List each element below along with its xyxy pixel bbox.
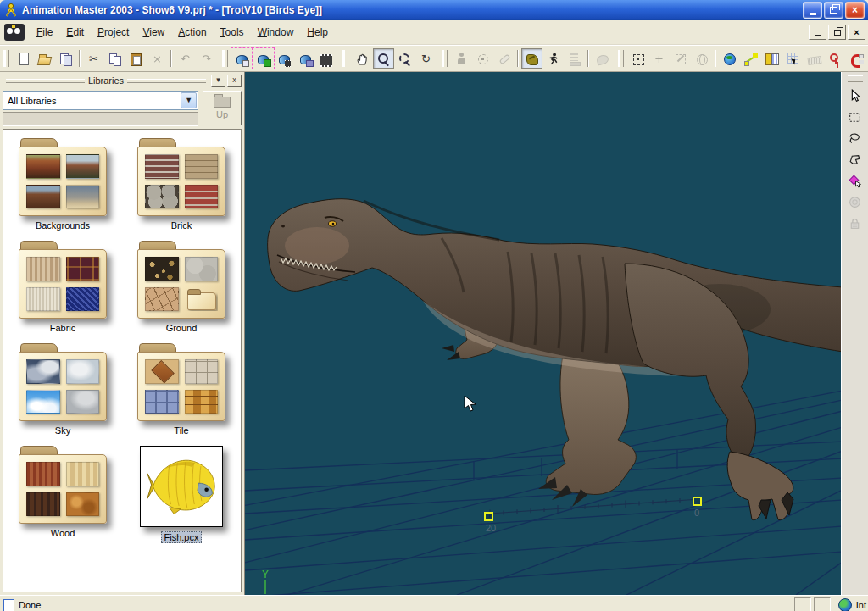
folder-icon[interactable] — [19, 138, 107, 216]
chevron-down-icon[interactable]: ▼ — [181, 92, 197, 108]
patch-select-tool[interactable] — [844, 170, 866, 192]
menu-view[interactable]: View — [136, 24, 171, 41]
library-item-ground[interactable]: Ground — [126, 241, 236, 333]
world-space-button[interactable] — [719, 48, 740, 69]
rotate-manipulator-button[interactable] — [691, 48, 712, 69]
library-filter-value: All Libraries — [3, 96, 180, 106]
toolbar-grip[interactable] — [342, 50, 348, 67]
group-tool[interactable] — [844, 192, 866, 213]
control-point-marker[interactable] — [693, 497, 702, 506]
translate-manipulator-button[interactable]: + — [648, 48, 670, 69]
snap-to-grid-button[interactable] — [782, 48, 804, 69]
panel-pin-button[interactable]: ▾ — [211, 75, 225, 87]
bones-mode-button[interactable] — [493, 48, 515, 69]
folder-icon[interactable] — [137, 138, 225, 216]
render-to-file-button[interactable] — [274, 48, 295, 69]
scale-manipulator-button[interactable] — [670, 48, 691, 69]
dynamics-mode-button[interactable] — [564, 48, 585, 69]
library-item-brick[interactable]: Brick — [126, 138, 236, 231]
folder-icon[interactable] — [137, 343, 225, 421]
toolbar-grip[interactable] — [618, 50, 624, 67]
folder-icon[interactable] — [19, 241, 107, 319]
menu-file[interactable]: File — [30, 24, 59, 41]
mdi-restore-button[interactable] — [828, 25, 846, 40]
show-rulers-button[interactable] — [804, 48, 825, 69]
toolbar-grip[interactable] — [442, 50, 448, 67]
render-preview-button[interactable] — [231, 48, 253, 69]
muscle-mode-button[interactable] — [521, 48, 542, 69]
standard-select-tool[interactable] — [844, 86, 866, 107]
viewport-3d[interactable]: Y — [245, 72, 841, 595]
menu-window[interactable]: Window — [251, 24, 301, 41]
library-item-fish-pcx[interactable]: Fish.pcx — [126, 446, 236, 543]
skeletal-mode-button[interactable] — [451, 48, 472, 69]
panel-close-button[interactable]: x — [227, 75, 242, 87]
zoom-button[interactable] — [373, 48, 394, 69]
library-item-tile[interactable]: Tile — [126, 343, 236, 436]
lock-tool[interactable] — [844, 213, 866, 234]
paste-button[interactable] — [125, 48, 147, 69]
minimize-button[interactable] — [803, 2, 822, 19]
control-point-marker[interactable] — [484, 512, 493, 521]
delete-button[interactable]: × — [147, 48, 168, 69]
toolbar-grip[interactable] — [3, 50, 9, 67]
status-message: Done — [19, 600, 41, 610]
modeling-mode-button[interactable] — [472, 48, 493, 69]
folder-icon[interactable] — [137, 241, 225, 319]
image-thumbnail[interactable] — [140, 446, 223, 527]
mdi-minimize-button[interactable] — [809, 25, 826, 40]
copy-button[interactable] — [104, 48, 125, 69]
toolbar-grip[interactable] — [848, 75, 863, 82]
up-button[interactable]: Up — [203, 91, 242, 125]
menu-project[interactable]: Project — [91, 24, 136, 41]
bound-group-tool[interactable] — [844, 107, 866, 128]
menu-tools[interactable]: Tools — [214, 24, 251, 41]
key-panel-button[interactable] — [761, 48, 782, 69]
magnet-mode-button[interactable] — [846, 48, 867, 69]
action-mode-button[interactable] — [542, 48, 564, 69]
library-item-fabric[interactable]: Fabric — [8, 241, 118, 333]
undo-button[interactable]: ↶ — [175, 48, 196, 69]
menu-action[interactable]: Action — [171, 24, 213, 41]
lasso-group-tool[interactable] — [844, 128, 866, 149]
turn-view-button[interactable]: ↻ — [415, 48, 437, 69]
polygon-group-tool[interactable] — [844, 149, 866, 170]
photo-cathedral-swatch — [26, 185, 60, 209]
show-bias-handles-button[interactable] — [740, 48, 761, 69]
menu-edit[interactable]: Edit — [59, 24, 91, 41]
library-item-sky[interactable]: Sky — [8, 343, 118, 436]
folder-icon[interactable] — [19, 343, 107, 421]
restore-button[interactable] — [824, 2, 843, 19]
project-icon[interactable] — [4, 24, 25, 41]
close-button[interactable]: × — [845, 2, 865, 19]
zoom-to-fit-button[interactable] — [394, 48, 415, 69]
save-animation-button[interactable] — [295, 48, 316, 69]
up-button-label: Up — [216, 109, 228, 119]
redo-button[interactable]: ↷ — [196, 48, 217, 69]
mdi-close-button[interactable]: × — [848, 25, 865, 40]
bound-manipulator-button[interactable] — [627, 48, 648, 69]
menu-help[interactable]: Help — [300, 24, 335, 41]
quick-render-button[interactable] — [316, 48, 337, 69]
marker-label: 0 — [694, 508, 699, 518]
fish-image — [145, 453, 218, 519]
trex-model[interactable] — [245, 72, 841, 595]
open-button[interactable] — [34, 48, 55, 69]
library-item-wood[interactable]: Wood — [8, 446, 118, 543]
move-view-button[interactable] — [352, 48, 373, 69]
cut-button[interactable]: ✂ — [83, 48, 104, 69]
library-filter-dropdown[interactable]: All Libraries ▼ — [3, 91, 198, 110]
library-item-label: Tile — [171, 425, 191, 436]
render-lock-button[interactable] — [253, 48, 274, 69]
minimize-icon — [810, 13, 816, 15]
force-keyframe-button[interactable] — [825, 48, 846, 69]
paint-mode-button[interactable] — [592, 48, 613, 69]
folder-thumbnails — [26, 257, 99, 311]
toolbar-separator — [587, 50, 589, 67]
folder-icon[interactable] — [19, 446, 107, 524]
save-all-button[interactable] — [55, 48, 76, 69]
libraries-panel-header[interactable]: Libraries ▾ x — [0, 72, 244, 89]
new-button[interactable] — [13, 48, 34, 69]
library-item-backgrounds[interactable]: Backgrounds — [8, 138, 118, 231]
toolbar-grip[interactable] — [222, 50, 228, 67]
